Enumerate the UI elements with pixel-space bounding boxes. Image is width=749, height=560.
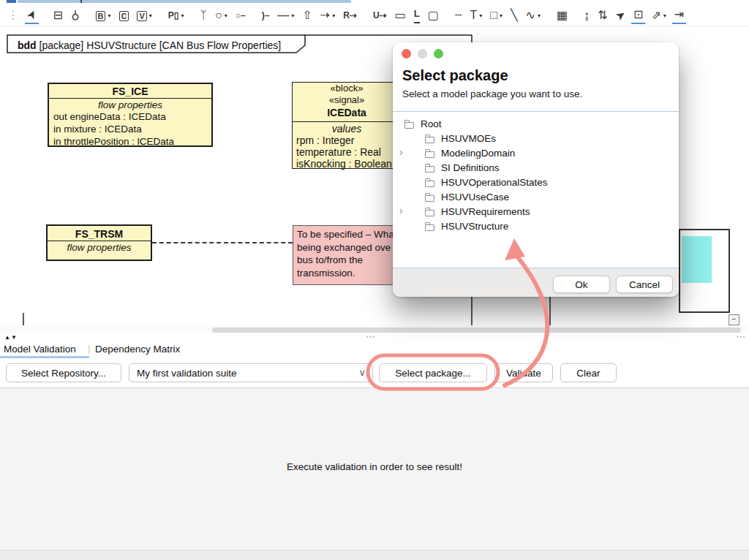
part-property-tool-icon: P▯ <box>168 7 179 23</box>
collapse-minus-button[interactable]: − <box>729 314 739 325</box>
line-tool[interactable]: ╲ <box>508 6 520 23</box>
dotted-line-tool-icon: ┄ <box>455 7 462 23</box>
caret-down-icon: ▾ <box>108 9 110 23</box>
close-window-button[interactable] <box>402 49 411 58</box>
ok-button[interactable]: Ok <box>553 276 610 293</box>
caret-down-icon: ▾ <box>663 9 666 23</box>
stereo-line: «block» <box>293 83 401 94</box>
folder-icon <box>404 119 415 129</box>
tree-item-label: HSUVOperationalStates <box>441 177 548 188</box>
pin-tool-icon: ⚲ <box>71 7 80 23</box>
tree-item-hsuvmoes[interactable]: HSUVMOEs <box>393 131 679 145</box>
tree-item-label: HSUVMOEs <box>441 133 496 144</box>
required-interface-tool[interactable]: )– <box>260 6 272 23</box>
actor-tool-icon: ᛉ <box>200 7 207 23</box>
tree-item-hsuvstructure[interactable]: HSUVStructure <box>393 219 679 233</box>
provided-interface-tool[interactable]: ○– <box>233 6 248 23</box>
selection-cursor-tool[interactable]: ➤ <box>25 5 39 24</box>
block-title: FS_ICE <box>49 84 211 99</box>
status-bar <box>0 550 749 560</box>
block-fs-trsm[interactable]: FS_TRSM flow properties <box>46 224 152 261</box>
anchor-dashed-connector[interactable] <box>152 242 293 243</box>
note-tool-icon: ▢ <box>428 7 439 23</box>
rectangle-tool[interactable]: □▾ <box>488 6 505 23</box>
select-package-button[interactable]: Select package... <box>379 363 487 382</box>
curve-tool[interactable]: ∿▾ <box>524 6 543 23</box>
block-fs-ice[interactable]: FS_ICE flow properties out engineData : … <box>48 83 213 147</box>
vertical-spacing-tool-icon: ↨ <box>584 7 590 23</box>
pointer-annotation-tool[interactable]: ➤ <box>614 6 628 23</box>
pin-tool[interactable]: ⚲ <box>69 6 82 23</box>
caret-down-icon: ▾ <box>225 9 227 23</box>
select-repository-button[interactable]: Select Repository... <box>6 363 121 382</box>
block-title: FS_TRSM <box>48 226 151 241</box>
select-package-dialog: Select package Select a model package yo… <box>393 42 679 297</box>
tree-item-label: HSUVRequirements <box>441 206 530 217</box>
splitter-handle-right-icon[interactable]: ⋯ <box>736 331 746 342</box>
tree-item-label: ModelingDomain <box>441 148 515 159</box>
tab-model-validation[interactable]: Model Validation <box>4 344 76 355</box>
horizontal-scrollbar-thumb[interactable] <box>212 328 741 333</box>
zoom-window-button[interactable] <box>434 49 443 58</box>
part-property-tool[interactable]: P▯▾ <box>166 6 187 23</box>
image-tool[interactable]: ▦ <box>554 6 570 23</box>
dependency-tool[interactable]: ⇢▾ <box>318 6 337 23</box>
minimize-window-button[interactable] <box>418 49 427 58</box>
generalization-tool-icon: ⇧ <box>302 7 312 23</box>
tree-item-label: HSUVUseCase <box>441 192 509 203</box>
tree-item-si-definitions[interactable]: SI Definitions <box>393 160 679 175</box>
vertical-spacing-tool[interactable]: ↨ <box>581 6 592 23</box>
stereo-line: «signal» <box>293 94 401 106</box>
tree-item-hsuvoperationalstates[interactable]: HSUVOperationalStates <box>393 175 679 189</box>
frame-text: [package] HSUVStructure [CAN Bus Flow Pr… <box>37 39 282 51</box>
clear-button[interactable]: Clear <box>560 363 617 382</box>
toolbar-drag-handle-icon: ⋮ <box>7 7 19 23</box>
tree-item-hsuvusecase[interactable]: HSUVUseCase <box>393 189 679 204</box>
constraint-block-tool[interactable]: C <box>117 6 132 23</box>
required-interface-tool-icon: )– <box>262 7 270 23</box>
selection-cursor-tool-icon: ➤ <box>23 7 42 22</box>
tree-item-hsuvrequirements[interactable]: ›HSUVRequirements <box>393 204 679 219</box>
tab-dependency-matrix[interactable]: Dependency Matrix <box>95 344 180 355</box>
block-tool[interactable]: B▾ <box>94 6 113 23</box>
realization-tool[interactable]: R⇢ <box>341 6 359 23</box>
chevron-down-icon: ∨ <box>358 367 366 378</box>
note-tool[interactable]: ▢ <box>426 6 441 23</box>
port-tool[interactable]: ○▾ <box>213 6 230 23</box>
label-tool[interactable]: ▭ <box>393 6 408 23</box>
tree-item-label: Root <box>421 118 442 129</box>
block-tool-icon: B <box>96 11 106 21</box>
stereotype-list: «block»«signal» <box>293 83 401 106</box>
generalization-tool[interactable]: ⇧ <box>300 6 314 23</box>
toolbar-drag-handle[interactable]: ⋮ <box>5 6 21 23</box>
values-list: rpm : Integertemperature : RealisKnockin… <box>293 135 401 170</box>
expand-chevron-icon[interactable]: › <box>399 205 403 216</box>
validation-suite-dropdown[interactable]: My first validation suite ∨ <box>129 363 373 382</box>
tree-item-modelingdomain[interactable]: ›ModelingDomain <box>393 145 679 160</box>
anchor-tool[interactable]: L <box>412 6 422 23</box>
actor-tool[interactable]: ᛉ <box>197 6 209 23</box>
block-icedata[interactable]: «block»«signal» ICEData values rpm : Int… <box>292 82 402 169</box>
dialog-footer: Ok Cancel <box>393 268 679 297</box>
flow-properties-list: out engineData : ICEDatain mixture : ICE… <box>49 110 211 148</box>
panel-collapse-arrows[interactable]: ▲▼ <box>4 334 18 341</box>
association-tool-icon: — <box>277 7 289 23</box>
value-type-tool[interactable]: V▾ <box>135 6 154 23</box>
dotted-line-tool[interactable]: ┄ <box>453 6 464 23</box>
path-points-tool[interactable]: ⇗▾ <box>649 6 668 23</box>
validation-results-area: Execute validation in order to see resul… <box>0 388 749 550</box>
usage-tool[interactable]: U⇢ <box>371 6 389 23</box>
path-points-tool-icon: ⇗ <box>651 7 660 23</box>
dot-box-tool[interactable]: ⊡ <box>631 5 645 24</box>
splitter-handle-icon[interactable]: ⋯ <box>366 331 376 342</box>
tree-item-root[interactable]: Root <box>393 116 679 131</box>
association-tool[interactable]: —▾ <box>275 6 296 23</box>
distribute-tool[interactable]: ⇅ <box>595 6 609 23</box>
part-block[interactable] <box>679 229 730 313</box>
text-tool[interactable]: T▾ <box>467 6 484 23</box>
package-tool[interactable]: ⊟ <box>50 6 64 23</box>
expand-chevron-icon[interactable]: › <box>399 146 403 158</box>
validate-button[interactable]: Validate <box>494 363 553 382</box>
snap-align-tool[interactable]: ⇥ <box>672 5 686 24</box>
cancel-button[interactable]: Cancel <box>616 276 673 293</box>
